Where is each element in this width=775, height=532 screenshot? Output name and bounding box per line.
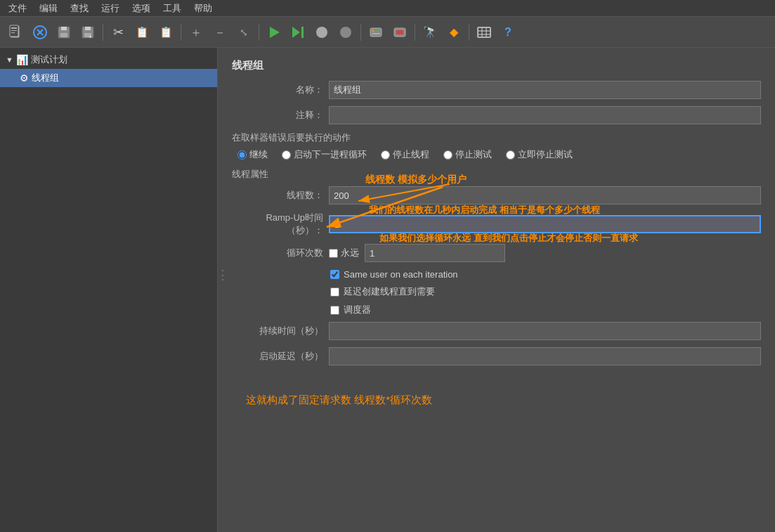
- comment-input[interactable]: [329, 106, 761, 124]
- sep3: [259, 24, 259, 41]
- svg-rect-12: [85, 27, 91, 30]
- table-button[interactable]: [474, 22, 495, 43]
- sep4: [360, 24, 361, 41]
- svg-rect-10: [60, 33, 67, 37]
- name-input[interactable]: [329, 81, 761, 99]
- action-stop-test[interactable]: 停止测试: [443, 148, 492, 161]
- duration-row: 持续时间（秒）: [232, 322, 761, 340]
- svg-marker-15: [270, 27, 280, 38]
- radio-stop-test[interactable]: [443, 150, 452, 160]
- action-row: 继续 启动下一进程循环 停止线程 停止测试 立即停止测试: [232, 148, 761, 161]
- forever-label: 永远: [341, 247, 359, 259]
- rampup-input[interactable]: [329, 215, 761, 233]
- radio-next-loop[interactable]: [282, 150, 291, 160]
- add-button[interactable]: ＋: [185, 22, 207, 43]
- menu-edit[interactable]: 编辑: [34, 1, 63, 16]
- radio-continue[interactable]: [237, 150, 247, 160]
- shutdown-button[interactable]: [335, 22, 356, 43]
- svg-point-21: [372, 30, 375, 32]
- menu-file[interactable]: 文件: [3, 1, 32, 16]
- loop-count-input[interactable]: [365, 244, 505, 262]
- toolbar: + ✂ 📋 📋 ＋ － ⤡ 🔭 ◆ ?: [0, 17, 775, 48]
- start-nopause-button[interactable]: [287, 22, 308, 43]
- startup-delay-label: 启动延迟（秒）: [232, 350, 323, 363]
- rampup-row: Ramp-Up时间（秒）：: [232, 212, 761, 237]
- rampup-label: Ramp-Up时间（秒）：: [232, 212, 323, 237]
- duration-input[interactable]: [329, 322, 761, 340]
- copy-button[interactable]: 📋: [131, 22, 152, 43]
- continue-label: 继续: [249, 148, 268, 161]
- divider-indicator: ⋮: [216, 267, 229, 283]
- stop-button[interactable]: [311, 22, 332, 43]
- forever-option[interactable]: 永远: [329, 247, 359, 259]
- svg-rect-23: [372, 33, 380, 34]
- svg-point-18: [316, 27, 327, 38]
- scheduler-checkbox[interactable]: [330, 306, 339, 315]
- gold-button[interactable]: ◆: [443, 22, 464, 43]
- menu-find[interactable]: 查找: [65, 1, 94, 16]
- same-user-checkbox[interactable]: [330, 270, 339, 279]
- svg-point-22: [375, 30, 377, 32]
- section-title: 线程组: [232, 59, 761, 72]
- remote-stop-button[interactable]: [389, 22, 410, 43]
- paste-button[interactable]: 📋: [155, 22, 176, 43]
- open-button[interactable]: [30, 22, 51, 43]
- forever-checkbox[interactable]: [329, 249, 338, 258]
- duration-label: 持续时间（秒）: [232, 325, 323, 337]
- action-continue[interactable]: 继续: [237, 148, 268, 161]
- action-section-label: 在取样器错误后要执行的动作: [232, 131, 761, 144]
- binoculars-button[interactable]: 🔭: [419, 22, 441, 43]
- sep1: [103, 24, 103, 41]
- radio-stop-now[interactable]: [506, 150, 515, 160]
- remote-start-button[interactable]: [365, 22, 386, 43]
- action-stop-thread[interactable]: 停止线程: [381, 148, 429, 161]
- help-button[interactable]: ?: [497, 22, 519, 43]
- comment-row: 注释：: [232, 106, 761, 124]
- remove-button[interactable]: －: [209, 22, 230, 43]
- menu-tools[interactable]: 工具: [157, 1, 187, 16]
- svg-rect-17: [301, 27, 304, 38]
- loop-row: 循环次数 永远: [232, 244, 761, 262]
- scheduler-label: 调度器: [344, 304, 371, 316]
- action-stop-now[interactable]: 立即停止测试: [506, 148, 573, 161]
- svg-rect-4: [11, 32, 15, 33]
- loop-label: 循环次数: [232, 247, 323, 259]
- comment-label: 注释：: [232, 109, 323, 122]
- expand-button[interactable]: ⤡: [233, 22, 254, 43]
- startup-delay-input[interactable]: [329, 347, 761, 365]
- save-button[interactable]: [53, 22, 74, 43]
- menu-bar: 文件 编辑 查找 运行 选项 工具 帮助: [0, 0, 775, 17]
- name-row: 名称：: [232, 81, 761, 99]
- sidebar-item-threadgroup[interactable]: ⚙ 线程组: [0, 69, 217, 87]
- action-next-loop[interactable]: 启动下一进程循环: [282, 148, 367, 161]
- saveas-button[interactable]: +: [77, 22, 98, 43]
- sidebar: ▼ 📊 测试计划 ⚙ 线程组: [0, 48, 218, 532]
- cut-button[interactable]: ✂: [108, 22, 129, 43]
- start-button[interactable]: [263, 22, 285, 43]
- menu-options[interactable]: 选项: [126, 1, 156, 16]
- delay-create-label: 延迟创建线程直到需要: [344, 285, 435, 298]
- thread-props-title: 线程属性: [232, 168, 761, 181]
- stop-thread-label: 停止线程: [393, 148, 429, 161]
- threads-input[interactable]: [329, 186, 761, 205]
- threads-row: 线程数：: [232, 186, 761, 205]
- menu-run[interactable]: 运行: [96, 1, 125, 16]
- svg-rect-3: [11, 30, 17, 31]
- svg-rect-20: [370, 28, 382, 37]
- startup-delay-row: 启动延迟（秒）: [232, 347, 761, 365]
- svg-text:+: +: [89, 34, 92, 40]
- delay-create-checkbox[interactable]: [330, 287, 339, 297]
- new-testplan-button[interactable]: [6, 22, 27, 43]
- next-loop-label: 启动下一进程循环: [294, 148, 367, 161]
- menu-help[interactable]: 帮助: [188, 1, 218, 16]
- sidebar-item-testplan[interactable]: ▼ 📊 测试计划: [0, 51, 217, 69]
- svg-rect-26: [478, 27, 490, 37]
- sep2: [181, 24, 181, 41]
- testplan-icon: 📊: [16, 54, 28, 65]
- gear-icon: ⚙: [20, 72, 29, 84]
- name-label: 名称：: [232, 84, 323, 96]
- svg-point-19: [340, 27, 351, 38]
- radio-stop-thread[interactable]: [381, 150, 390, 160]
- sidebar-threadgroup-label: 线程组: [32, 72, 59, 84]
- svg-rect-2: [11, 27, 17, 29]
